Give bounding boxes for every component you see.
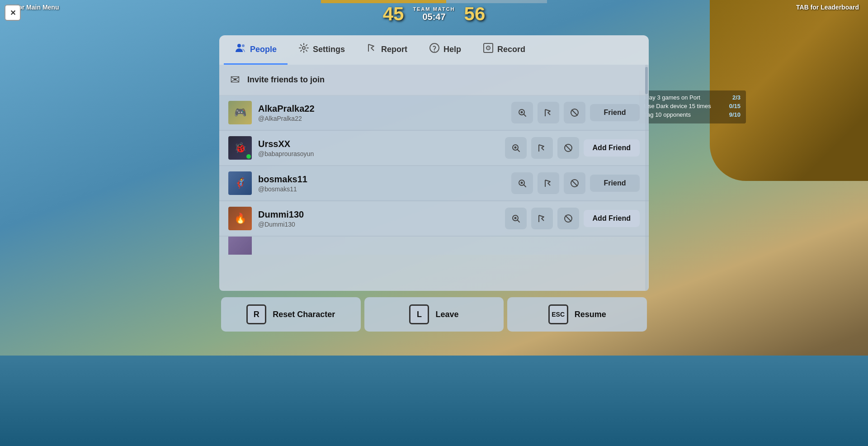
tab-people-label: People [250,45,277,54]
report-button-alka[interactable] [538,102,559,123]
player-handle-dummi: @Dummi130 [258,221,499,228]
quest-progress: 0/15 [729,103,741,109]
block-button-alka[interactable] [564,102,585,123]
quest-progress: 9/10 [729,111,741,118]
block-button-bosmaks[interactable] [564,172,585,194]
quest-label: Tag 10 opponents [644,111,691,118]
player-handle-alka: @AlkaPralka22 [258,115,505,122]
tab-help-label: Help [443,45,461,54]
svg-point-17 [514,147,516,149]
svg-line-14 [572,110,578,116]
tab-help[interactable]: Help [418,35,472,65]
quest-panel: Play 3 games on Port 2/3 Use Dark device… [639,90,746,123]
tab-people[interactable]: People [224,35,288,65]
close-button[interactable]: ✕ [5,5,21,21]
quest-item: Tag 10 opponents 9/10 [644,111,741,118]
player-info-bosmaks: bosmaks11 @bosmaks11 [258,174,505,193]
report-icon [367,43,377,56]
quest-progress: 2/3 [732,94,741,101]
player-handle-urss: @babaprourasoyun [258,150,499,157]
player-row: 🐞 UrssXX @babaprourasoyun [219,131,649,166]
reset-character-button[interactable]: R Reset Character [221,297,361,332]
resume-label: Resume [575,310,606,319]
report-button-bosmaks[interactable] [538,172,559,194]
add-friend-button-urss[interactable]: Add Friend [584,139,640,157]
key-r-badge: R [246,304,266,324]
report-button-urss[interactable] [531,137,553,159]
resume-button[interactable]: ESC Resume [507,297,647,332]
avatar-partial [228,237,252,255]
player-name-dummi: Dummi130 [258,209,499,220]
leave-button[interactable]: L Leave [364,297,504,332]
player-actions-dummi: Add Friend [505,208,640,229]
svg-point-1 [242,44,245,47]
quest-item: Use Dark device 15 times 0/15 [644,103,741,109]
content-area: ✉ Invite friends to join 🎮 AlkaPralka22 … [219,65,649,291]
friend-button-alka[interactable]: Friend [590,104,640,121]
player-row: 🦸 bosmaks11 @bosmaks11 [219,166,649,201]
tab-settings-label: Settings [313,45,345,54]
player-avatar-bosmaks: 🦸 [228,171,252,195]
svg-line-10 [524,114,526,117]
svg-line-28 [517,220,519,223]
block-button-dummi[interactable] [557,208,579,229]
svg-line-32 [565,216,571,222]
player-name-alka: AlkaPralka22 [258,104,505,114]
quest-label: Play 3 games on Port [644,94,700,101]
player-row-partial [219,237,649,255]
record-icon [483,43,494,56]
player-actions-alka: Friend [511,102,640,123]
friend-button-bosmaks[interactable]: Friend [590,175,640,192]
inspect-button-alka[interactable] [511,102,533,123]
player-info-urss: UrssXX @babaprourasoyun [258,139,499,157]
inspect-button-bosmaks[interactable] [511,172,533,194]
invite-row[interactable]: ✉ Invite friends to join [219,65,649,95]
help-icon [429,43,440,56]
player-name-bosmaks: bosmaks11 [258,174,505,185]
player-avatar-dummi: 🔥 [228,207,252,230]
player-name-urss: UrssXX [258,139,499,149]
tab-record-label: Record [497,45,525,54]
tab-report-label: Report [381,45,407,54]
inspect-button-urss[interactable] [505,137,527,159]
tab-record[interactable]: Record [472,35,536,65]
player-row: 🔥 Dummi130 @Dummi130 [219,201,649,237]
svg-line-26 [572,180,578,186]
reset-character-label: Reset Character [273,310,335,319]
avatar-bosmaks: 🦸 [228,171,252,195]
inspect-button-dummi[interactable] [505,208,527,229]
scroll-track [645,65,648,291]
add-friend-button-dummi[interactable]: Add Friend [584,210,640,227]
svg-point-0 [237,44,241,47]
invite-icon: ✉ [230,73,240,87]
block-button-urss[interactable] [557,137,579,159]
bg-water-element [0,356,868,446]
player-handle-bosmaks: @bosmaks11 [258,185,505,193]
bottom-bar: R Reset Character L Leave ESC Resume [219,293,649,332]
online-indicator-urss [246,154,251,159]
svg-point-5 [434,51,435,52]
player-avatar-urss: 🐞 [228,136,252,160]
tab-bar: People Settings Report [219,35,649,65]
quest-label: Use Dark device 15 times [644,103,711,109]
main-overlay: People Settings Report [219,35,649,332]
leaderboard-hint: TAB for Leaderboard [796,4,859,11]
svg-point-2 [302,47,305,49]
invite-text: Invite friends to join [247,75,325,85]
tab-settings[interactable]: Settings [288,35,356,65]
player-avatar-partial [228,237,252,255]
player-info-alka: AlkaPralka22 @AlkaPralka22 [258,104,505,122]
tab-report[interactable]: Report [356,35,418,65]
hud-top-bar: M for Main Menu TAB for Leaderboard [0,0,868,14]
key-esc-badge: ESC [548,304,568,324]
player-actions-bosmaks: Friend [511,172,640,194]
svg-line-22 [524,185,526,187]
scroll-thumb[interactable] [645,67,648,94]
player-actions-urss: Add Friend [505,137,640,159]
svg-point-23 [521,182,523,184]
key-l-badge: L [409,304,429,324]
avatar-dummi: 🔥 [228,207,252,230]
report-button-dummi[interactable] [531,208,553,229]
avatar-alka: 🎮 [228,101,252,124]
svg-point-8 [488,47,489,48]
